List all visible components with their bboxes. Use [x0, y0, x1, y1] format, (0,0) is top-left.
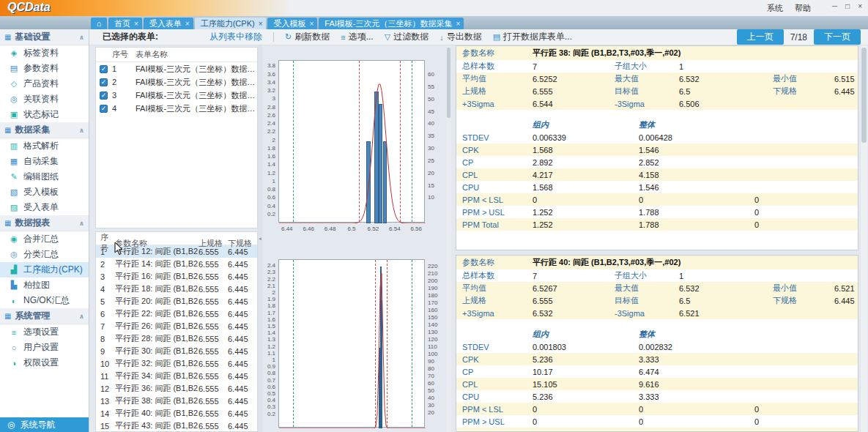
sidebar-item-ngok[interactable]: ◐NG/OK汇总: [0, 293, 89, 308]
sidebar-item-merge[interactable]: ◉合并汇总: [0, 231, 89, 247]
form-row[interactable]: ✓2FAI模板-三次元（三坐标）数据采集07061440: [96, 75, 257, 89]
stat-label: 平均值: [462, 283, 533, 294]
histogram-charts-area: 3.83.63.43.232.82.62.42.221.81.61.41.210…: [262, 45, 451, 432]
param-row[interactable]: 4平行距 18: 间距 (B1,B2,T3...6.5556.445: [96, 283, 257, 295]
sidebar-item-user[interactable]: ○用户设置: [0, 340, 89, 355]
tab-3[interactable]: 受入模板×: [267, 18, 317, 29]
sidebar-item-relation[interactable]: ◎关联资料: [0, 92, 89, 107]
sidebar-item-template[interactable]: ▧受入模板: [0, 185, 89, 200]
close-icon[interactable]: ×: [858, 2, 862, 10]
sidebar-item-status[interactable]: ▣状态标记: [0, 107, 89, 122]
parameter-name: 平行距 38: 间距 (B1,B2,T3,#03,季一,#02): [533, 48, 858, 59]
param-row-usl: 6.555: [199, 297, 228, 306]
stat-value-overall: 1.788: [639, 220, 754, 229]
home-tab[interactable]: ⌂: [91, 18, 107, 29]
tab-close-icon[interactable]: ×: [185, 20, 190, 28]
sidebar-item-system-navigation[interactable]: ◎ 系统导航: [0, 417, 89, 432]
sidebar-item-classify[interactable]: ◎分类汇总: [0, 247, 89, 262]
next-page-button[interactable]: 下一页: [814, 29, 861, 45]
toolbar-button-open-database[interactable]: ▤打开数据库表单...: [493, 31, 572, 43]
sidebar-section-header[interactable]: ▦数据报表∧: [0, 215, 89, 231]
collapse-icon[interactable]: ∧: [79, 34, 84, 41]
collapse-icon[interactable]: ∧: [79, 313, 84, 320]
param-row[interactable]: 9平行距 30: 间距 (B1,B2,T3...6.5556.445: [96, 345, 257, 357]
tab-0[interactable]: 首页×: [108, 18, 142, 29]
stat-label: CPU: [462, 392, 533, 401]
collapse-icon[interactable]: ∧: [79, 127, 84, 134]
sidebar-item-label: 合并汇总: [23, 233, 59, 245]
vertical-scrollbar[interactable]: [860, 45, 867, 432]
param-row[interactable]: 2平行距 14: 间距 (B1,B2,T3...6.5556.445: [96, 258, 257, 270]
sidebar-item-product[interactable]: ◇产品资料: [0, 76, 89, 92]
sidebar-item-form[interactable]: ▨受入表单: [0, 200, 89, 215]
tab-close-icon[interactable]: ×: [259, 20, 263, 28]
toolbar-button-filter[interactable]: ▽过滤数据: [385, 31, 429, 43]
tab-2[interactable]: 工序能力(CPK)×: [195, 18, 267, 29]
param-row[interactable]: 14平行距 40: 间距 (B1,B2,T3...6.5556.445: [96, 407, 257, 420]
stat-value-extra: 0: [754, 417, 858, 426]
checkbox[interactable]: ✓: [100, 92, 108, 100]
param-row[interactable]: 13平行距 38: 间距 (B1,B2,T3...6.5556.445: [96, 395, 257, 407]
form-row[interactable]: ✓1FAI模板-三次元（三坐标）数据采集07061500: [96, 62, 257, 75]
param-row-usl: 6.555: [199, 372, 228, 381]
sidebar-item-permission[interactable]: ◑权限设置: [0, 355, 89, 370]
sidebar-item-tag[interactable]: ◈标签资料: [0, 45, 89, 61]
sidebar-item-parameter[interactable]: ▤参数资料: [0, 61, 89, 76]
param-row-number: 10: [96, 360, 115, 368]
tab-1[interactable]: 受入表单×: [144, 18, 193, 29]
param-row[interactable]: 7平行距 26: 间距 (B1,B2,T3...6.5556.445: [96, 320, 257, 332]
tab-close-icon[interactable]: ×: [309, 20, 314, 28]
param-row[interactable]: 3平行距 16: 间距 (B1,B2,T3...6.5556.445: [96, 270, 257, 283]
stat-value-within: 0.006339: [533, 133, 639, 142]
checkbox[interactable]: ✓: [100, 65, 108, 73]
param-row[interactable]: 8平行距 28: 间距 (B1,B2,T3...6.5556.445: [96, 332, 257, 345]
sidebar-section-header[interactable]: ▦系统管理∧: [0, 308, 89, 324]
param-row[interactable]: 12平行距 36: 间距 (B1,B2,T3...6.5556.445: [96, 382, 257, 395]
remove-from-list-link[interactable]: 从列表中移除: [209, 31, 262, 43]
minimize-icon[interactable]: ─: [832, 2, 837, 10]
stat-value-overall: 3.333: [639, 355, 754, 364]
sidebar-item-format[interactable]: ▥格式解析: [0, 138, 89, 154]
toolbar-button-refresh[interactable]: ↻刷新数据: [285, 31, 330, 43]
checkbox[interactable]: ✓: [100, 105, 108, 113]
param-row[interactable]: 11平行距 34: 间距 (B1,B2,T3...6.5556.445: [96, 370, 257, 382]
form-row[interactable]: ✓4FAI模板-三次元（三坐标）数据采集07051705: [96, 102, 257, 115]
checkbox[interactable]: ✓: [100, 78, 108, 86]
form-row[interactable]: ✓3FAI模板-三次元（三坐标）数据采集07051800: [96, 89, 257, 102]
menu-system[interactable]: 系统: [767, 3, 783, 14]
maximize-icon[interactable]: □: [845, 2, 850, 10]
param-row-number: 7: [96, 322, 115, 331]
histogram-chart-2: 2.42.32.22.121.91.81.71.61.51.41.31.21.1…: [265, 252, 447, 432]
sidebar-item-pareto[interactable]: ▙柏拉图: [0, 278, 89, 293]
prev-page-button[interactable]: 上一页: [737, 29, 784, 45]
sidebar-item-auto-collect[interactable]: ▦自动采集: [0, 154, 89, 169]
toolbar-button-options[interactable]: ≡选项...: [341, 31, 373, 43]
sidebar-item-edit-drawing[interactable]: ✎编辑图纸: [0, 169, 89, 185]
y-axis-tick-left: 0.9: [265, 364, 275, 370]
y-axis-tick-left: 2.4: [265, 121, 275, 127]
param-row[interactable]: 6平行距 22: 间距 (B1,B2,T3...6.5556.445: [96, 308, 257, 320]
param-row[interactable]: 10平行距 32: 间距 (B1,B2,T3...6.5556.445: [96, 357, 257, 370]
y-axis-tick-left: 1.6: [265, 154, 275, 160]
toolbar-button-export[interactable]: ↓导出数据: [439, 31, 482, 43]
tab-close-icon[interactable]: ×: [456, 20, 461, 28]
sidebar-item-cpk[interactable]: ▟工序能力(CPK): [0, 262, 89, 278]
param-row-name: 平行距 28: 间距 (B1,B2,T3...: [115, 333, 199, 344]
toolbar-button-label: 刷新数据: [294, 31, 330, 43]
stat-label: 总样本数: [462, 270, 533, 281]
collapse-icon[interactable]: ∧: [79, 220, 84, 227]
sidebar-section-header[interactable]: ▦数据采集∧: [0, 122, 89, 138]
param-row[interactable]: 5平行距 20: 间距 (B1,B2,T3...6.5556.445: [96, 295, 257, 308]
param-row[interactable]: 15平行距 43: 间距 (B1,B2,T3...6.5556.445: [96, 420, 257, 432]
sidebar-section-header[interactable]: ▦基础设置∧: [0, 29, 89, 45]
charts-scrollbar-thumb[interactable]: [447, 48, 450, 118]
sidebar-footer-label: 系统导航: [20, 419, 55, 431]
sidebar-item-label: 工序能力(CPK): [23, 264, 83, 276]
menu-help[interactable]: 帮助: [795, 3, 811, 14]
tab-4[interactable]: FAI模板-三次元（三坐标）数据采集×: [319, 18, 464, 29]
tab-close-icon[interactable]: ×: [134, 20, 138, 28]
charts-scrollbar[interactable]: [446, 45, 451, 432]
stat-label: 最小值: [773, 283, 834, 294]
sidebar-item-option[interactable]: ≡选项设置: [0, 324, 89, 340]
vertical-scrollbar-thumb[interactable]: [861, 48, 867, 143]
